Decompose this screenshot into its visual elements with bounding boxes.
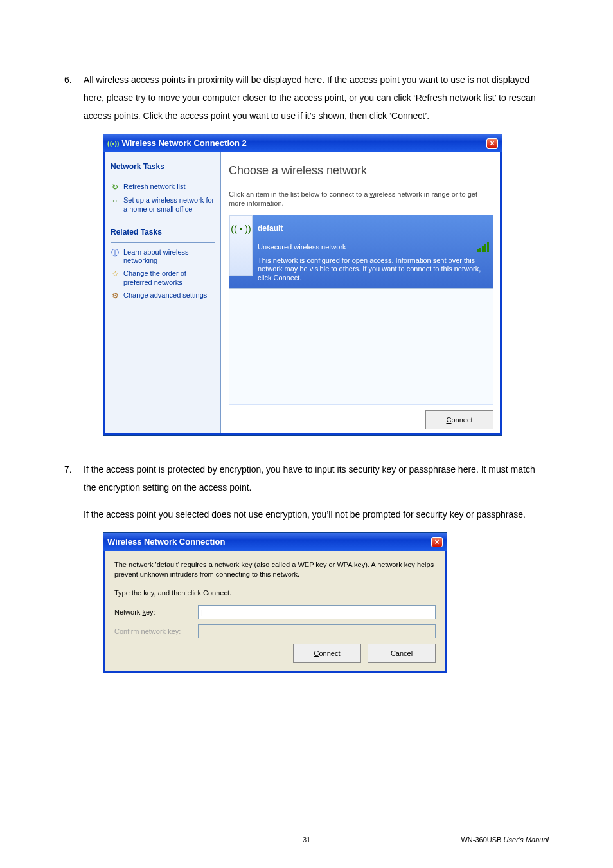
close-button[interactable]: × <box>431 537 443 547</box>
tasks-sidebar: Network Tasks ↻ Refresh network list ↔ S… <box>105 152 221 433</box>
network-warning: This network is configured for open acce… <box>258 254 489 287</box>
step-number: 7. <box>64 460 84 673</box>
dialog-title: Wireless Network Connection 2 <box>122 135 486 152</box>
choose-wireless-network-dialog: ((•)) Wireless Network Connection 2 × Ne… <box>103 134 502 436</box>
network-security-row: Unsecured wireless network <box>258 240 489 254</box>
sidebar-item-label: Change the order of preferred networks <box>123 269 215 287</box>
dialog-message-1: The network 'default' requires a network… <box>114 560 436 579</box>
sidebar-item-label: Learn about wireless networking <box>123 248 215 266</box>
network-key-row: Network key: <box>114 605 436 619</box>
sidebar-item-setup-network[interactable]: ↔ Set up a wireless network for a home o… <box>111 196 215 214</box>
step-6: 6. All wireless access points in proximi… <box>64 71 549 449</box>
network-key-input[interactable] <box>198 605 436 619</box>
network-icon-column: (( • )) <box>229 215 253 276</box>
sidebar-item-label: Refresh network list <box>123 183 186 192</box>
step-number: 6. <box>64 71 84 449</box>
confirm-key-label: Confirm network key: <box>114 624 198 638</box>
dialog-titlebar: ((•)) Wireless Network Connection 2 × <box>103 134 502 152</box>
network-security-text: Unsecured wireless network <box>258 240 346 254</box>
sidebar-group-title: Network Tasks <box>111 159 215 177</box>
access-point-icon: (( • )) <box>231 220 251 275</box>
document-id: WN-360USB User’s Manual <box>461 836 549 844</box>
signal-strength-icon <box>477 242 489 252</box>
dialog-titlebar: Wireless Network Connection × <box>103 533 447 551</box>
network-name: default <box>258 218 489 237</box>
connect-button[interactable]: Connect <box>293 644 361 663</box>
step-7-para-2: If the access point you selected does no… <box>84 505 549 523</box>
sidebar-item-label: Set up a wireless network for a home or … <box>123 196 215 214</box>
confirm-key-row: Confirm network key: <box>114 624 436 638</box>
connect-button[interactable]: Connect <box>425 410 493 429</box>
network-key-label: Network key: <box>114 605 198 619</box>
sidebar-item-refresh[interactable]: ↻ Refresh network list <box>111 183 215 192</box>
main-panel: Choose a wireless network Click an item … <box>221 152 500 433</box>
step-7: 7. If the access point is protected by e… <box>64 460 549 673</box>
cancel-button[interactable]: Cancel <box>368 644 436 663</box>
sidebar-item-label: Change advanced settings <box>123 291 207 300</box>
step-body: If the access point is protected by encr… <box>84 460 549 673</box>
main-heading: Choose a wireless network <box>229 159 493 182</box>
dialog-message-2: Type the key, and then click Connect. <box>114 586 436 600</box>
sidebar-item-learn[interactable]: ⓘ Learn about wireless networking <box>111 248 215 266</box>
sidebar-item-advanced[interactable]: ⚙ Change advanced settings <box>111 291 215 301</box>
close-button[interactable]: × <box>486 138 498 149</box>
network-list-empty <box>229 289 493 405</box>
setup-network-icon: ↔ <box>111 196 120 206</box>
network-item[interactable]: (( • )) default Unsecured wireless netwo… <box>229 215 493 289</box>
refresh-icon: ↻ <box>111 183 120 192</box>
page-number: 31 <box>303 836 310 844</box>
network-key-dialog: Wireless Network Connection × The networ… <box>103 532 447 673</box>
gear-icon: ⚙ <box>111 291 120 301</box>
sidebar-item-order[interactable]: ☆ Change the order of preferred networks <box>111 269 215 287</box>
wireless-icon: ((•)) <box>107 136 120 150</box>
dialog-title: Wireless Network Connection <box>107 534 431 550</box>
step-7-para-1: If the access point is protected by encr… <box>84 460 549 496</box>
star-icon: ☆ <box>111 269 120 279</box>
info-icon: ⓘ <box>111 248 120 258</box>
step-6-text: All wireless access points in proximity … <box>84 71 549 125</box>
main-description: Click an item in the list below to conne… <box>229 190 493 208</box>
confirm-key-input <box>198 624 436 638</box>
step-body: All wireless access points in proximity … <box>84 71 549 449</box>
sidebar-group-title: Related Tasks <box>111 224 215 243</box>
